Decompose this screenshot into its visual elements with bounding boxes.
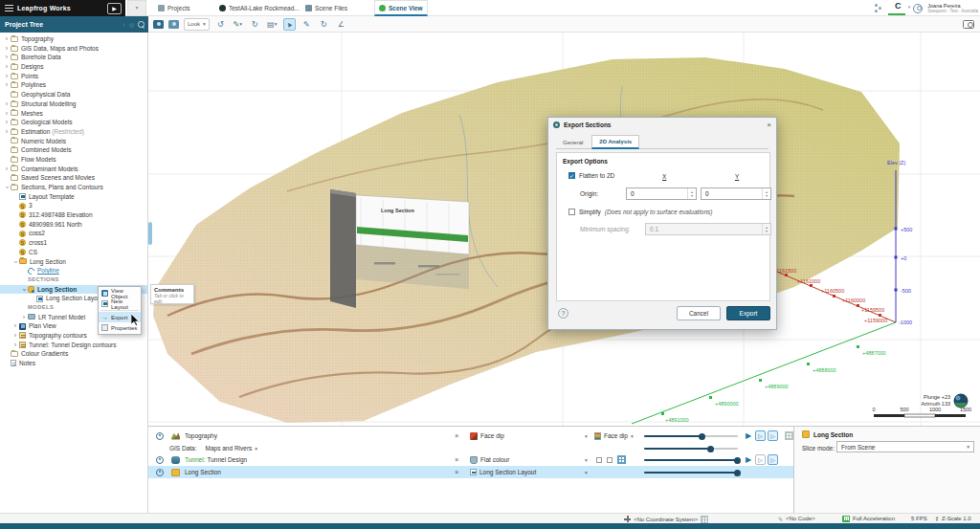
tree-item-designs[interactable]: ›Designs: [0, 62, 147, 72]
chevron-collapsed-icon[interactable]: ›: [3, 118, 11, 127]
tree-item-tunnel-tunnel-design-contours[interactable]: ›Tunnel: Tunnel Design contours: [0, 341, 147, 350]
origin-x-spinner[interactable]: ▴▾: [687, 188, 696, 199]
export-movie-button[interactable]: ▷: [768, 454, 778, 465]
chevron-collapsed-icon[interactable]: ›: [20, 313, 28, 322]
chevron-collapsed-icon[interactable]: ›: [11, 321, 19, 331]
tree-item-cs[interactable]: CS: [0, 248, 147, 257]
acceleration-status[interactable]: Full Acceleration: [842, 516, 895, 522]
option-checkbox[interactable]: [607, 457, 612, 463]
tree-item-geophysical-data[interactable]: Geophysical Data: [0, 90, 147, 99]
gis-layer-dropdown[interactable]: Maps and Rivers ▾: [206, 445, 258, 452]
legend-toggle-icon[interactable]: [785, 431, 793, 440]
chevron-collapsed-icon[interactable]: ›: [3, 44, 11, 54]
comments-overlay[interactable]: Comments Tab or click to edit: [150, 284, 194, 304]
tree-item-layout-template[interactable]: Layout Template: [0, 192, 147, 202]
flatten-checkbox[interactable]: ✓: [568, 172, 575, 179]
tree-item-3[interactable]: 3: [0, 201, 147, 210]
visibility-eye-icon[interactable]: [156, 469, 164, 476]
user-info[interactable]: Joana Pereira Seequent - Test - Australi…: [927, 3, 978, 13]
window-chevron-button[interactable]: ▾: [127, 0, 146, 16]
look-dropdown[interactable]: Look▾: [184, 18, 210, 31]
chevron-collapsed-icon[interactable]: ›: [3, 34, 11, 44]
save-scene-as-icon[interactable]: [168, 20, 179, 29]
tree-item-topography[interactable]: ›Topography: [0, 34, 147, 44]
shape-row-tunnel[interactable]: Tunnel: Tunnel Design × Flat colour ▾ ▶ …: [148, 453, 793, 466]
dialog-tab-2d-analysis[interactable]: 2D Analysis: [591, 135, 639, 149]
select-tool-icon[interactable]: ▲: [283, 18, 296, 31]
ruler-tool-icon[interactable]: ∠: [335, 18, 347, 31]
tree-item-notes[interactable]: Notes: [0, 359, 147, 368]
tree-item-polylines[interactable]: ›Polylines: [0, 80, 147, 90]
cancel-button[interactable]: Cancel: [677, 306, 721, 320]
chevron-collapsed-icon[interactable]: ›: [3, 53, 11, 62]
crs-edit-icon[interactable]: [701, 516, 708, 523]
render-button[interactable]: ▶: [746, 455, 751, 464]
opacity-slider[interactable]: [644, 455, 738, 464]
slice-mode-select[interactable]: From Scene ▾: [836, 441, 974, 452]
dialog-tab-general[interactable]: General: [556, 135, 590, 149]
export-image-button[interactable]: ▷: [755, 430, 766, 441]
chevron-collapsed-icon[interactable]: ›: [3, 165, 11, 174]
chevron-collapsed-icon[interactable]: ›: [3, 109, 11, 119]
colouring-dropdown[interactable]: Face dip: [470, 432, 504, 440]
tree-item-sections-plans-and-contours[interactable]: ›Sections, Plans and Contours: [0, 183, 147, 192]
tree-item-structural-modelling[interactable]: ›Structural Modelling: [0, 99, 147, 109]
remove-shape-icon[interactable]: ×: [455, 431, 458, 440]
screenshot-icon[interactable]: [963, 20, 974, 29]
tree-item-cross1[interactable]: cross1: [0, 238, 147, 248]
dialog-close-icon[interactable]: ×: [767, 121, 771, 129]
chevron-collapsed-icon[interactable]: ›: [3, 72, 11, 81]
draw-tool-icon[interactable]: ✎: [301, 18, 313, 31]
origin-y-input[interactable]: 0 ▴▾: [701, 187, 771, 200]
user-avatar[interactable]: [913, 4, 923, 13]
tree-item-long-section[interactable]: ›Long Section: [0, 257, 147, 267]
collapse-all-icon[interactable]: ↑: [122, 22, 125, 28]
rotate-view-tool-icon[interactable]: ↺: [214, 18, 227, 31]
shape-row-long-section[interactable]: Long Section × Long Section Layout ▾: [148, 466, 793, 478]
tree-item-coss2[interactable]: coss2: [0, 229, 147, 238]
chevron-down-icon[interactable]: ▾: [585, 470, 588, 475]
sync-icon[interactable]: ◎: [129, 21, 134, 28]
menu-item-view-object[interactable]: View Object: [99, 288, 141, 298]
gis-opacity-slider[interactable]: [644, 444, 738, 452]
export-movie-button[interactable]: ▷: [768, 430, 778, 441]
z-scale-status[interactable]: ▲▼ Z-Scale 1.0: [935, 516, 971, 522]
remove-shape-icon[interactable]: ×: [455, 455, 458, 464]
tree-item-312-4987488-elevation[interactable]: 312.4987488 Elevation: [0, 210, 147, 220]
render-button[interactable]: ▶: [746, 431, 751, 440]
tree-item-combined-models[interactable]: Combined Models: [0, 145, 147, 155]
chevron-down-icon[interactable]: ▾: [585, 457, 588, 463]
workflow-icon[interactable]: [875, 4, 882, 12]
visibility-eye-icon[interactable]: [156, 456, 164, 464]
option-checkbox[interactable]: [596, 457, 602, 463]
tab-projects[interactable]: Projects: [154, 0, 193, 16]
tree-item-numeric-models[interactable]: Numeric Models: [0, 137, 147, 146]
legend-dropdown[interactable]: Face dip ▾: [594, 432, 634, 440]
remove-shape-icon[interactable]: ×: [455, 468, 458, 476]
play-intro-button[interactable]: ▶: [107, 3, 122, 14]
export-image-button[interactable]: ▷: [755, 454, 766, 465]
tree-item-points[interactable]: ›Points: [0, 72, 147, 81]
mesh-toggle-icon[interactable]: [617, 455, 626, 464]
chevron-collapsed-icon[interactable]: ›: [3, 80, 11, 90]
tree-item-estimation[interactable]: ›Estimation(Restricted): [0, 127, 147, 137]
chevron-collapsed-icon[interactable]: ›: [3, 99, 11, 109]
chevron-collapsed-icon[interactable]: ›: [11, 331, 19, 341]
coordinate-system-status[interactable]: <No Coordinate System>: [624, 516, 708, 523]
tab-scene-files[interactable]: Scene Files: [301, 0, 351, 16]
tree-item-contaminant-models[interactable]: ›Contaminant Models: [0, 165, 147, 174]
tree-item-flow-models[interactable]: Flow Models: [0, 155, 147, 165]
opacity-slider[interactable]: [644, 431, 738, 440]
shape-row-topography[interactable]: Topography × Face dip ▾ Face dip ▾ ▶ ▷ ▷: [148, 430, 793, 442]
simplify-checkbox[interactable]: [568, 209, 575, 215]
tab-scene-view[interactable]: Scene View: [374, 0, 428, 16]
origin-y-spinner[interactable]: ▴▾: [762, 188, 770, 199]
slicer-tool-icon[interactable]: ↻: [249, 18, 261, 31]
topography-mesh[interactable]: [153, 57, 900, 423]
chevron-collapsed-icon[interactable]: ›: [11, 341, 19, 350]
help-button[interactable]: ?: [558, 308, 568, 319]
draw-slicer-tool-icon[interactable]: ✎▾: [232, 18, 244, 31]
tree-item-sections[interactable]: SECTIONS: [0, 276, 147, 285]
tree-item-geological-models[interactable]: ›Geological Models: [0, 118, 147, 127]
tree-item-meshes[interactable]: ›Meshes: [0, 109, 147, 119]
